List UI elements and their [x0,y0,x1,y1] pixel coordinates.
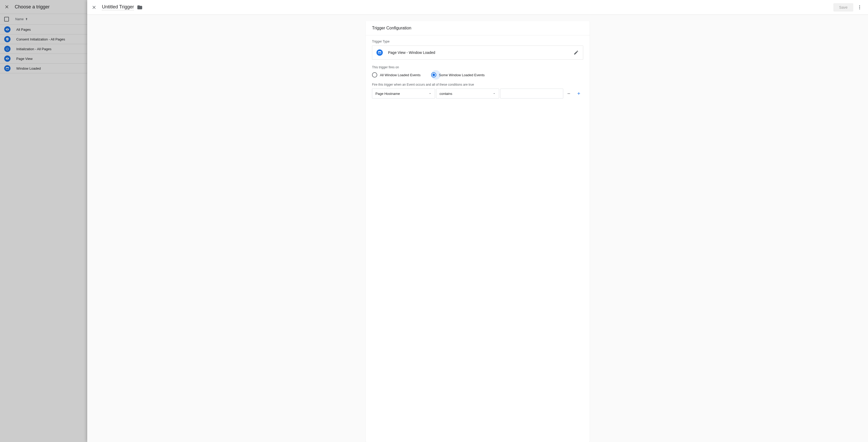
trigger-editor-panel: Untitled Trigger Save Trigger Configurat… [87,0,868,442]
radio-all-events[interactable]: All Window Loaded Events [372,72,421,78]
condition-value-input[interactable] [500,89,563,98]
remove-condition-button[interactable]: − [564,89,573,98]
save-button[interactable]: Save [833,3,853,11]
trigger-name-input[interactable]: Untitled Trigger [102,4,134,10]
radio-all-events-label: All Window Loaded Events [380,73,421,77]
condition-variable-dropdown[interactable]: Page Hostname [372,89,435,98]
trigger-type-value: Page View - Window Loaded [388,51,435,55]
radio-some-events-label: Some Window Loaded Events [439,73,485,77]
trigger-config-card: Trigger Configuration Trigger Type Page … [366,21,590,442]
svg-point-3 [859,7,860,8]
caret-down-icon [493,92,496,95]
fires-on-label: This trigger fires on [372,65,583,69]
radio-some-events[interactable]: Some Window Loaded Events [431,72,485,78]
svg-point-2 [859,5,860,6]
caret-down-icon [429,92,432,95]
add-condition-button[interactable]: + [574,89,583,98]
card-title: Trigger Configuration [366,21,590,35]
svg-point-4 [859,8,860,9]
svg-rect-6 [378,52,381,52]
trigger-type-selector[interactable]: Page View - Window Loaded [372,46,583,60]
folder-icon[interactable] [137,5,143,10]
condition-variable-value: Page Hostname [375,92,400,96]
condition-operator-value: contains [439,92,452,96]
window-loaded-icon [376,50,383,56]
trigger-type-label: Trigger Type [372,40,583,43]
condition-operator-dropdown[interactable]: contains [436,89,499,98]
edit-icon[interactable] [574,50,579,55]
more-icon[interactable] [856,3,864,11]
condition-label: Fire this trigger when an Event occurs a… [372,83,583,86]
close-icon[interactable] [91,5,97,10]
